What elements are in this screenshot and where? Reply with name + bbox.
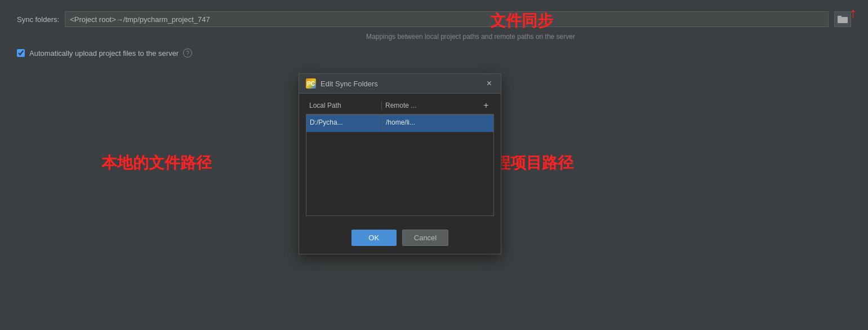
table-header: Local Path Remote ... +: [306, 100, 494, 115]
dialog-titlebar: PC Edit Sync Folders ×: [299, 74, 501, 94]
pc-icon-label: PC: [307, 81, 315, 87]
edit-sync-folders-dialog: PC Edit Sync Folders × Local Path Remote…: [299, 73, 501, 254]
annotation-bendi-wenjian: 本地的文件路径: [101, 152, 212, 174]
auto-upload-label[interactable]: Automatically upload project files to th…: [29, 49, 179, 58]
column-local-path: Local Path: [306, 102, 382, 109]
ok-button[interactable]: OK: [351, 230, 397, 246]
cancel-button[interactable]: Cancel: [402, 230, 448, 246]
folder-icon: [838, 15, 848, 23]
sync-folders-input[interactable]: [65, 11, 829, 27]
mappings-hint: Mappings between local project paths and…: [90, 33, 851, 41]
sync-folders-table[interactable]: D:/Pycha... /home/li...: [306, 115, 494, 216]
remote-path-cell: /home/li...: [382, 115, 493, 132]
column-remote-path: Remote ...: [382, 102, 478, 109]
help-icon[interactable]: ?: [183, 49, 192, 58]
dialog-content: Local Path Remote ... + D:/Pycha... /hom…: [299, 94, 501, 223]
main-panel: Sync folders: Mappings between local pro…: [0, 0, 868, 330]
sync-folders-row: Sync folders:: [17, 11, 851, 27]
auto-upload-checkbox[interactable]: [17, 49, 25, 57]
pycharm-icon: PC: [306, 78, 316, 89]
folder-browse-button[interactable]: [834, 11, 851, 27]
dialog-footer: OK Cancel: [299, 223, 501, 254]
sync-folders-label: Sync folders:: [17, 15, 59, 24]
add-mapping-button[interactable]: +: [478, 100, 494, 111]
local-path-cell: D:/Pycha...: [306, 115, 382, 132]
table-row[interactable]: D:/Pycha... /home/li...: [306, 115, 493, 132]
svg-rect-1: [838, 16, 842, 18]
auto-upload-row: Automatically upload project files to th…: [17, 49, 851, 58]
dialog-close-button[interactable]: ×: [484, 79, 494, 88]
dialog-title: Edit Sync Folders: [321, 80, 480, 88]
